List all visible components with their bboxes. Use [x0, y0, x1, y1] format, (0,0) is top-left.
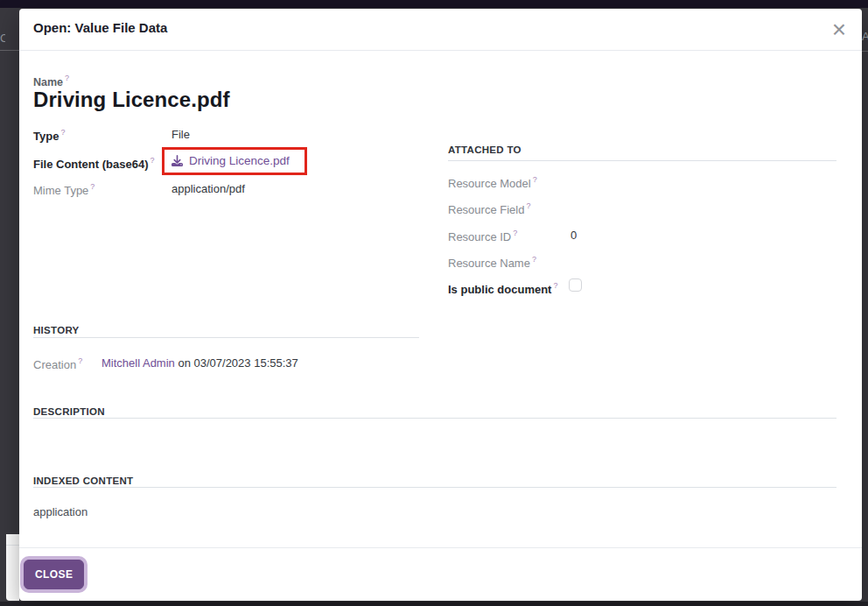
resource-id-field-value: 0 — [570, 229, 577, 242]
dialog-footer: CLOSE — [19, 547, 862, 601]
creation-datetime: on 03/07/2023 15:55:37 — [175, 356, 298, 370]
dialog-title: Open: Value File Data — [33, 20, 167, 35]
backdrop-top-navbar — [0, 0, 868, 8]
description-section-underline — [33, 418, 836, 419]
history-section-underline — [33, 337, 419, 338]
backdrop-text-fragment-right: Ac — [862, 30, 868, 43]
download-icon — [172, 155, 183, 166]
resource-model-field-label: Resource Model? — [448, 175, 537, 191]
close-button[interactable]: CLOSE — [24, 560, 84, 589]
attached-to-section-underline — [448, 160, 836, 161]
help-icon: ? — [150, 156, 154, 165]
mime-type-field-value: application/pdf — [172, 182, 245, 195]
help-icon: ? — [513, 229, 517, 237]
resource-field-field-label: Resource Field? — [448, 201, 530, 217]
history-section-header: HISTORY — [33, 325, 80, 335]
stacked-modal-edge — [6, 534, 19, 601]
resource-name-field-label: Resource Name? — [448, 255, 536, 271]
close-icon[interactable]: × — [827, 14, 851, 46]
help-icon: ? — [65, 74, 69, 82]
help-icon: ? — [532, 255, 536, 264]
mime-type-field-label: Mime Type? — [33, 182, 94, 198]
backdrop-divider-left — [0, 50, 19, 51]
creation-field-label: Creation? — [33, 356, 82, 372]
backdrop-text-fragment-left: C — [0, 32, 5, 45]
type-field-label: Type? — [33, 128, 65, 144]
help-icon: ? — [90, 182, 94, 191]
file-download-link[interactable]: Driving Licence.pdf — [172, 154, 290, 167]
help-icon: ? — [533, 175, 537, 184]
help-icon: ? — [526, 201, 530, 210]
file-download-link-label: Driving Licence.pdf — [189, 154, 290, 167]
attached-to-section-header: ATTACHED TO — [448, 144, 522, 155]
help-icon: ? — [553, 281, 557, 290]
creation-user-link[interactable]: Mitchell Admin — [102, 356, 175, 370]
file-content-field-label: File Content (base64)? — [33, 156, 154, 172]
indexed-content-section-header: INDEXED CONTENT — [33, 476, 133, 486]
resource-id-field-label: Resource ID? — [448, 229, 517, 244]
file-data-dialog: Open: Value File Data × Name? Driving Li… — [19, 9, 862, 601]
indexed-content-section-underline — [33, 487, 836, 488]
description-section-header: DESCRIPTION — [33, 406, 105, 417]
description-text-area[interactable] — [33, 429, 836, 464]
type-field-value: File — [172, 128, 190, 141]
help-icon: ? — [78, 356, 82, 365]
is-public-document-field-label: Is public document? — [448, 281, 557, 297]
file-name-value: Driving Licence.pdf — [33, 88, 230, 112]
stacked-modal-footer-divider — [6, 545, 19, 546]
dialog-header: Open: Value File Data × — [19, 9, 862, 51]
help-icon: ? — [60, 128, 65, 137]
backdrop-divider-right — [862, 51, 868, 52]
is-public-document-checkbox[interactable] — [569, 278, 582, 292]
indexed-content-text: application — [33, 505, 88, 518]
creation-field-value: Mitchell Admin on 03/07/2023 15:55:37 — [102, 356, 298, 370]
backdrop-bottom-strip — [0, 602, 868, 606]
